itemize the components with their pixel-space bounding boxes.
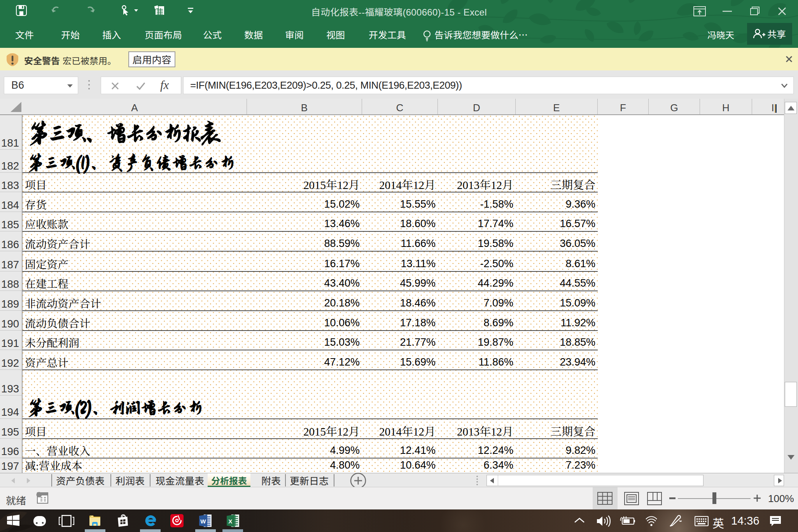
svg-text:X: X — [228, 518, 232, 525]
svg-text:W: W — [200, 518, 206, 525]
